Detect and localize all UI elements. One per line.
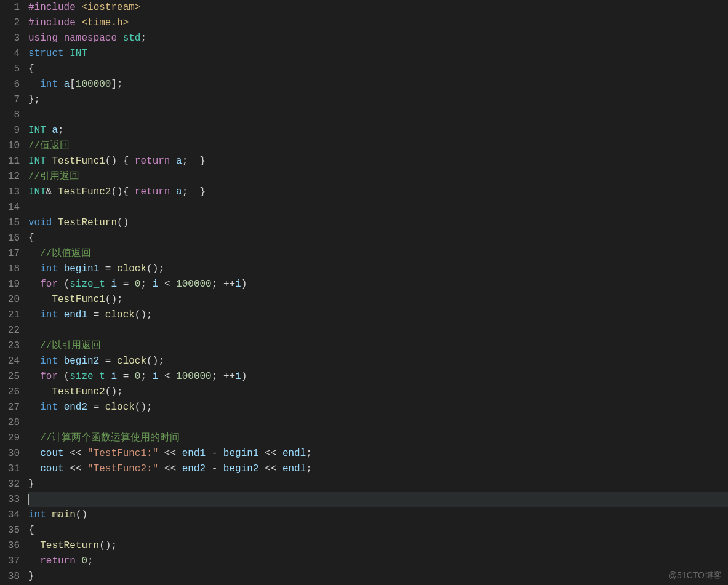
code-line[interactable]: int begin2 = clock(); [28,354,728,369]
code-line[interactable]: { [28,523,728,538]
code-line[interactable] [28,108,728,123]
code-line[interactable] [28,415,728,431]
code-line[interactable]: //以值返回 [28,246,728,261]
text-cursor [28,494,29,505]
line-number: 6 [2,77,20,92]
code-line[interactable]: { [28,62,728,77]
code-token: = [87,309,105,320]
code-token: ; [140,33,146,44]
code-line[interactable]: using namespace std; [28,31,728,46]
code-line[interactable]: //值返回 [28,138,728,154]
code-token: void [28,217,52,228]
code-token [58,356,64,367]
code-token: a [176,156,182,167]
code-line[interactable]: } [28,569,728,584]
line-number-gutter: 1234567891011121314151617181920212223242… [0,0,25,585]
code-line[interactable]: int end2 = clock(); [28,400,728,415]
code-line[interactable]: { [28,231,728,246]
code-line[interactable]: #include <time.h> [28,15,728,31]
code-line[interactable]: for (size_t i = 0; i < 100000; ++i) [28,369,728,384]
code-token: () [117,217,129,228]
code-token [58,79,64,90]
code-token [105,371,111,382]
code-line[interactable] [28,200,728,215]
line-number: 30 [2,446,20,461]
code-line[interactable]: TestFunc2(); [28,384,728,400]
code-editor[interactable]: 1234567891011121314151617181920212223242… [0,0,728,585]
code-line[interactable]: } [28,477,728,492]
code-token: i [235,371,241,382]
code-token [28,402,40,413]
code-token: < [158,371,176,382]
code-line[interactable]: //以引用返回 [28,338,728,354]
code-token: TestReturn [40,540,99,551]
code-token: = [99,356,117,367]
code-token: //引用返回 [28,171,79,182]
line-number: 27 [2,400,20,415]
line-number: 1 [2,0,20,15]
line-number: 33 [2,492,20,507]
line-number: 15 [2,215,20,231]
code-token: = [87,402,105,413]
code-line[interactable]: TestReturn(); [28,538,728,554]
code-token: ; } [182,186,206,197]
line-number: 14 [2,200,20,215]
code-token [58,33,64,44]
code-token: std [123,33,141,44]
code-token: [ [70,79,76,90]
code-token [76,2,82,13]
code-line[interactable]: int main() [28,507,728,523]
line-number: 13 [2,185,20,200]
code-line[interactable]: cout << "TestFunc1:" << end1 - begin1 <<… [28,446,728,461]
watermark-text: @51CTO博客 [668,570,722,581]
line-number: 10 [2,138,20,154]
code-line[interactable] [28,323,728,338]
code-token: #include [28,17,76,28]
code-token [28,79,40,90]
code-line[interactable]: #include <iostream> [28,0,728,15]
code-area[interactable]: #include <iostream>#include <time.h>usin… [25,0,728,585]
code-token: cout [40,463,63,474]
code-token: TestFunc1 [52,294,105,305]
code-line[interactable]: INT a; [28,123,728,138]
line-number: 11 [2,154,20,169]
line-number: 25 [2,369,20,384]
code-token: int [40,263,58,274]
code-token [28,463,40,474]
code-token: = [117,279,135,290]
code-line[interactable]: TestFunc1(); [28,292,728,308]
code-token: TestFunc2 [52,386,105,397]
code-line[interactable]: int end1 = clock(); [28,308,728,323]
code-token: //值返回 [28,140,70,151]
code-line[interactable]: }; [28,92,728,108]
line-number: 28 [2,415,20,431]
code-token [28,279,40,290]
code-token [46,156,52,167]
code-token: INT [28,186,46,197]
code-line[interactable]: INT& TestFunc2(){ return a; } [28,185,728,200]
code-line[interactable]: //引用返回 [28,169,728,185]
code-token: (); [105,386,123,397]
code-line[interactable]: int begin1 = clock(); [28,261,728,277]
code-token: ; } [182,156,206,167]
code-line[interactable]: struct INT [28,46,728,62]
code-token: 100000 [176,279,212,290]
code-line[interactable]: cout << "TestFunc2:" << end2 - begin2 <<… [28,461,728,477]
code-line[interactable]: //计算两个函数运算使用的时间 [28,431,728,446]
code-line[interactable]: int a[100000]; [28,77,728,92]
code-token: INT [28,156,46,167]
line-number: 18 [2,261,20,277]
code-token [46,509,52,520]
code-token: a [64,79,70,90]
code-token: (); [99,540,117,551]
code-line[interactable]: for (size_t i = 0; i < 100000; ++i) [28,277,728,292]
code-line[interactable]: void TestReturn() [28,215,728,231]
code-token: () [76,509,87,520]
code-line[interactable] [28,492,728,507]
code-token: "TestFunc2:" [87,463,158,474]
code-token: = [117,371,135,382]
code-token: i [235,279,241,290]
code-token: a [176,186,182,197]
code-line[interactable]: return 0; [28,554,728,569]
code-line[interactable]: INT TestFunc1() { return a; } [28,154,728,169]
